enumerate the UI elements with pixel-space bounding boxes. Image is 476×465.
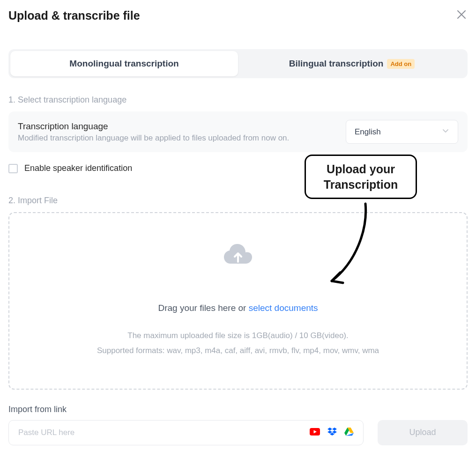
google-drive-icon xyxy=(344,428,354,438)
import-from-link-label: Import from link xyxy=(8,405,468,414)
addon-badge: Add on xyxy=(387,59,415,69)
checkbox-icon xyxy=(8,164,18,173)
language-title: Transcription language xyxy=(18,121,346,132)
callout-line1: Upload your xyxy=(315,162,406,177)
language-select[interactable]: English xyxy=(346,120,458,144)
close-button[interactable] xyxy=(455,8,468,23)
tab-bilingual[interactable]: Bilingual transcription Add on xyxy=(238,51,466,76)
dropbox-icon xyxy=(327,428,337,438)
callout-line2: Transcription xyxy=(315,177,406,192)
annotation-callout: Upload your Transcription xyxy=(305,155,417,199)
chevron-down-icon xyxy=(442,127,449,137)
youtube-icon xyxy=(310,428,320,437)
section-1-label: 1. Select transcription language xyxy=(8,95,468,105)
tab-monolingual-label: Monolingual transcription xyxy=(69,59,178,69)
hint-file-size: The maximum uploaded file size is 1GB(au… xyxy=(28,328,448,343)
drag-instruction: Drag your files here or select documents xyxy=(28,303,448,313)
drag-text-prefix: Drag your files here or xyxy=(158,303,248,313)
transcription-tabs: Monolingual transcription Bilingual tran… xyxy=(8,49,468,78)
url-input[interactable] xyxy=(18,428,310,437)
cloud-upload-icon xyxy=(223,241,253,268)
language-selected-value: English xyxy=(355,127,381,137)
language-subtitle: Modified transcription language will be … xyxy=(18,133,346,143)
page-title: Upload & transcribe file xyxy=(8,9,140,22)
hint-formats: Supported formats: wav, mp3, m4a, caf, a… xyxy=(28,343,448,358)
tab-bilingual-label: Bilingual transcription xyxy=(289,59,384,69)
file-dropzone[interactable]: Drag your files here or select documents… xyxy=(8,212,468,390)
language-settings-box: Transcription language Modified transcri… xyxy=(8,111,468,152)
url-input-container xyxy=(8,420,364,445)
select-documents-link[interactable]: select documents xyxy=(249,303,318,313)
upload-button[interactable]: Upload xyxy=(378,420,468,445)
tab-monolingual[interactable]: Monolingual transcription xyxy=(10,51,238,76)
speaker-identification-label: Enable speaker identification xyxy=(24,163,132,173)
close-icon xyxy=(457,10,466,19)
